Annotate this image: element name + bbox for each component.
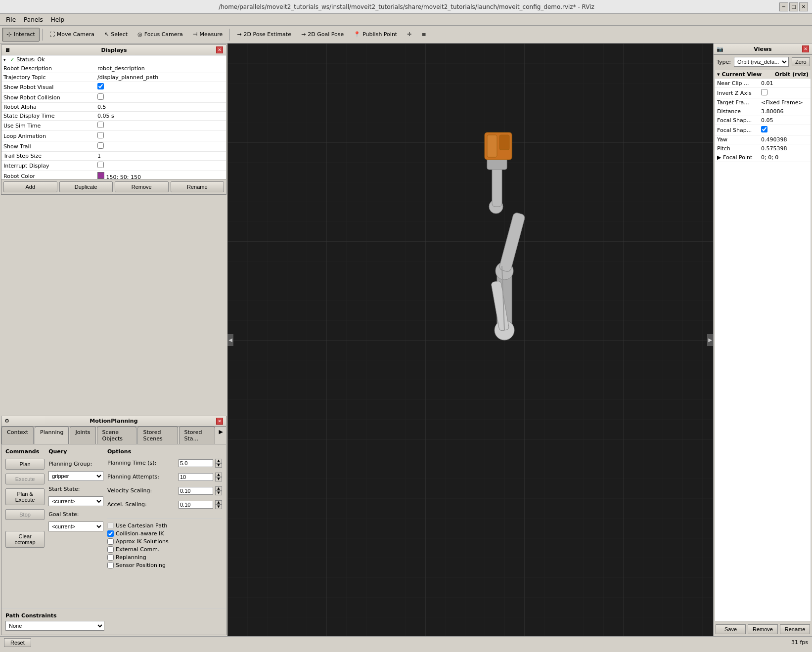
duplicate-button[interactable]: Duplicate: [59, 181, 113, 192]
interact-button[interactable]: ⊹ Interact: [2, 28, 40, 42]
help-menu[interactable]: Help: [47, 15, 68, 24]
tab-scroll-right[interactable]: ▶: [216, 427, 226, 444]
views-save-button[interactable]: Save: [716, 624, 746, 634]
replanning-check[interactable]: [107, 554, 114, 561]
target-frame-value[interactable]: <Fixed Frame>: [759, 98, 811, 107]
svg-rect-13: [499, 135, 509, 150]
distance-value[interactable]: 3.80086: [759, 107, 811, 116]
planning-group-select[interactable]: gripper: [48, 471, 103, 481]
show-robot-visual-check[interactable]: [95, 82, 226, 92]
panels-menu[interactable]: Panels: [20, 15, 47, 24]
close-button[interactable]: ✕: [799, 2, 808, 11]
loop-animation-check[interactable]: [95, 131, 226, 141]
sensor-positioning-check[interactable]: [107, 562, 114, 568]
start-state-select[interactable]: <current>: [48, 496, 103, 506]
robot-color-value[interactable]: 150; 50; 150: [95, 171, 226, 179]
motion-panel-close[interactable]: ✕: [216, 418, 223, 425]
views-panel-close[interactable]: ✕: [802, 45, 809, 52]
extra-button[interactable]: ≡: [417, 28, 430, 42]
window-controls[interactable]: − □ ✕: [779, 2, 808, 11]
tab-scene-objects[interactable]: Scene Objects: [97, 427, 137, 444]
remove-button[interactable]: Remove: [115, 181, 169, 192]
accel-scaling-spin: ▲ ▼: [215, 500, 222, 509]
accel-scaling-down[interactable]: ▼: [215, 505, 222, 509]
select-label: Select: [111, 31, 128, 38]
move-camera-button[interactable]: ⛶ Move Camera: [45, 28, 99, 42]
focal-shape1-value[interactable]: 0.05: [759, 116, 811, 125]
use-sim-time-check[interactable]: [95, 121, 226, 131]
velocity-scaling-down[interactable]: ▼: [215, 491, 222, 495]
trail-step-size-value[interactable]: 1: [95, 152, 226, 161]
focal-shape2-value[interactable]: [759, 125, 811, 135]
planning-attempts-down[interactable]: ▼: [215, 477, 222, 481]
show-robot-collision-check[interactable]: [95, 92, 226, 103]
planning-attempts-up[interactable]: ▲: [215, 473, 222, 477]
rename-button[interactable]: Rename: [171, 181, 225, 192]
reset-button[interactable]: Reset: [4, 638, 31, 647]
focus-camera-button[interactable]: ◎ Focus Camera: [133, 28, 187, 42]
pose-estimate-label: 2D Pose Estimate: [243, 31, 291, 38]
maximize-button[interactable]: □: [789, 2, 798, 11]
tab-stored-scenes[interactable]: Stored Scenes: [137, 427, 178, 444]
file-menu[interactable]: File: [2, 15, 20, 24]
planning-attempts-input[interactable]: [179, 473, 213, 481]
pose-estimate-button[interactable]: → 2D Pose Estimate: [232, 28, 296, 42]
collision-aware-ik-check[interactable]: [107, 530, 114, 537]
accel-scaling-up[interactable]: ▲: [215, 500, 222, 505]
yaw-value[interactable]: 0.490398: [759, 135, 811, 144]
accel-scaling-input[interactable]: [179, 501, 213, 509]
use-cartesian-path-check[interactable]: [107, 522, 114, 529]
tab-stored-states[interactable]: Stored Sta...: [179, 427, 215, 444]
robot-alpha-value[interactable]: 0.5: [95, 103, 226, 112]
velocity-scaling-up[interactable]: ▲: [215, 486, 222, 491]
plan-button[interactable]: Plan: [5, 459, 45, 470]
views-zero-button[interactable]: Zero: [792, 57, 810, 66]
measure-button[interactable]: ⊣ Measure: [188, 28, 227, 42]
clear-octomap-button[interactable]: Clear octomap: [5, 531, 45, 548]
planning-time-up[interactable]: ▲: [215, 459, 222, 463]
focal-point-value[interactable]: 0; 0; 0: [759, 153, 811, 162]
goal-state-select[interactable]: <current>: [48, 522, 103, 531]
displays-panel-close[interactable]: ✕: [216, 46, 223, 53]
external-comm-check[interactable]: [107, 546, 114, 553]
table-row: Interrupt Display: [1, 161, 226, 171]
tab-planning[interactable]: Planning: [35, 427, 69, 444]
viewport-collapse-right[interactable]: ▶: [707, 334, 713, 346]
views-rename-button[interactable]: Rename: [780, 624, 810, 634]
stop-button[interactable]: Stop: [5, 509, 45, 520]
tab-context[interactable]: Context: [1, 427, 34, 444]
robot-description-value[interactable]: robot_description: [95, 64, 226, 73]
execute-button[interactable]: Execute: [5, 474, 45, 484]
viewport-collapse-left[interactable]: ◀: [227, 334, 233, 346]
svg-rect-2: [227, 43, 713, 636]
velocity-scaling-spin: ▲ ▼: [215, 486, 222, 495]
select-button[interactable]: ↖ Select: [100, 28, 132, 42]
crosshair-button[interactable]: ✛: [403, 28, 416, 42]
state-display-time-value[interactable]: 0.05 s: [95, 112, 226, 121]
velocity-scaling-input[interactable]: [179, 487, 213, 495]
pitch-value[interactable]: 0.575398: [759, 144, 811, 153]
add-button[interactable]: Add: [3, 181, 57, 192]
show-trail-check[interactable]: [95, 141, 226, 152]
planning-time-down[interactable]: ▼: [215, 463, 222, 468]
views-type-select[interactable]: Orbit (rviz_defa...: [734, 57, 789, 67]
empty-area: [0, 196, 227, 415]
planning-time-label: Planning Time (s):: [107, 460, 177, 466]
near-clip-value[interactable]: 0.01: [759, 79, 811, 88]
planning-time-input[interactable]: [179, 459, 213, 467]
plan-execute-button[interactable]: Plan & Execute: [5, 488, 45, 505]
minimize-button[interactable]: −: [779, 2, 788, 11]
motion-content: Commands Plan Execute Plan & Execute Sto…: [1, 444, 226, 609]
tab-joints[interactable]: Joints: [70, 427, 95, 444]
views-remove-button[interactable]: Remove: [748, 624, 778, 634]
trajectory-topic-value[interactable]: /display_planned_path: [95, 73, 226, 82]
displays-table: ▾ ✓ Status: Ok Robot Description robot_d…: [1, 55, 226, 179]
invert-z-value[interactable]: [759, 88, 811, 98]
approx-ik-check[interactable]: [107, 538, 114, 545]
interrupt-display-check[interactable]: [95, 161, 226, 171]
move-camera-label: Move Camera: [57, 31, 94, 38]
publish-point-button[interactable]: 📍 Publish Point: [349, 28, 402, 42]
path-constraints-select[interactable]: None: [5, 621, 104, 631]
goal-pose-button[interactable]: → 2D Goal Pose: [297, 28, 348, 42]
table-row: Show Robot Collision: [1, 92, 226, 103]
